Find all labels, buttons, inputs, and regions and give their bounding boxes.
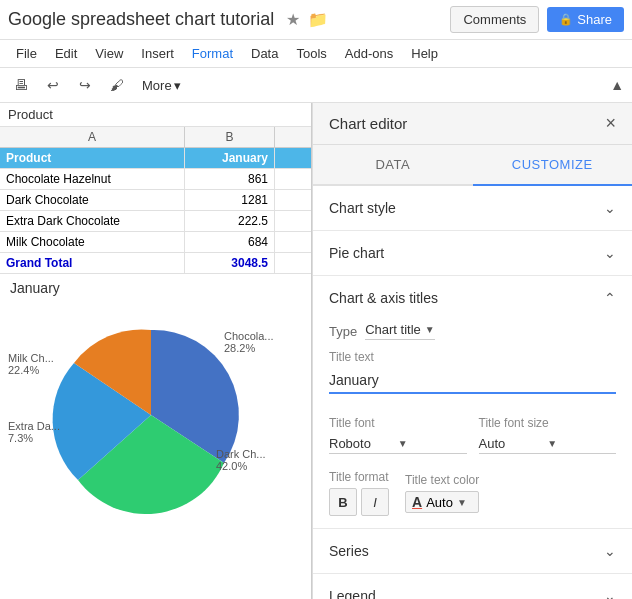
cell-value-1[interactable]: 861 [185,169,275,189]
print-button[interactable]: 🖶 [8,72,34,98]
color-a-icon: A [412,494,422,510]
comments-button[interactable]: Comments [450,6,539,33]
share-button[interactable]: 🔒 Share [547,7,624,32]
title-color-col: Title text color A Auto ▼ [405,473,479,513]
color-auto-label: Auto [426,495,453,510]
cell-product-2[interactable]: Dark Chocolate [0,190,185,210]
cell-product-1[interactable]: Chocolate Hazelnut [0,169,185,189]
cell-january-header[interactable]: January [185,148,275,168]
series-label: Series [329,543,604,559]
chart-axis-titles-header[interactable]: Chart & axis titles ⌃ [313,276,632,316]
chart-axis-label: Chart & axis titles [329,290,604,306]
chevron-axis-titles: ⌃ [604,290,616,306]
type-select[interactable]: Chart title ▼ [365,322,435,340]
col-header-b: B [185,127,275,147]
menu-file[interactable]: File [8,42,45,65]
chevron-chart-style: ⌄ [604,200,616,216]
title-font-size-field: Title font size Auto ▼ [479,416,617,454]
section-series[interactable]: Series ⌄ [313,529,632,574]
tab-customize[interactable]: CUSTOMIZE [473,145,633,186]
section-chart-style[interactable]: Chart style ⌄ [313,186,632,231]
title-font-size-select[interactable]: Auto ▼ [479,434,617,454]
cell-total-value[interactable]: 3048.5 [185,253,275,273]
title-bar: Google spreadsheet chart tutorial ★ 📁 Co… [0,0,632,40]
table-row: Dark Chocolate 1281 [0,190,311,211]
table-row: Extra Dark Chocolate 222.5 [0,211,311,232]
paint-button[interactable]: 🖌 [104,72,130,98]
editor-content: Chart style ⌄ Pie chart ⌄ Chart & axis t… [313,186,632,599]
menu-tools[interactable]: Tools [288,42,334,65]
collapse-button[interactable]: ▲ [610,77,624,93]
type-select-arrow: ▼ [425,324,435,335]
chart-label-extra: Extra Da... 7.3% [8,420,60,444]
bold-button[interactable]: B [329,488,357,516]
type-label: Type [329,324,357,339]
table-row-header: Product January [0,148,311,169]
folder-icon[interactable]: 📁 [308,10,328,29]
editor-header: Chart editor × [313,103,632,145]
title-text-section: Title text [313,350,632,406]
cell-value-2[interactable]: 1281 [185,190,275,210]
section-pie-chart[interactable]: Pie chart ⌄ [313,231,632,276]
chart-editor: Chart editor × DATA CUSTOMIZE Chart styl… [312,103,632,599]
doc-title: Google spreadsheet chart tutorial [8,9,274,30]
title-font-size-label: Title font size [479,416,617,430]
redo-button[interactable]: ↪ [72,72,98,98]
pie-chart-label: Pie chart [329,245,604,261]
cell-value-4[interactable]: 684 [185,232,275,252]
cell-product-3[interactable]: Extra Dark Chocolate [0,211,185,231]
title-font-field: Title font Roboto ▼ [329,416,467,454]
toolbar: 🖶 ↩ ↪ 🖌 More ▾ ▲ [0,68,632,103]
title-format-col: Title format B I [329,470,389,516]
cell-value-3[interactable]: 222.5 [185,211,275,231]
grid-column-headers: A B [0,127,311,148]
col-header-a: A [0,127,185,147]
undo-button[interactable]: ↩ [40,72,66,98]
menu-insert[interactable]: Insert [133,42,182,65]
main-area: Product A B Product January Chocolate Ha… [0,103,632,599]
chevron-legend: ⌄ [604,588,616,599]
tab-data[interactable]: DATA [313,145,473,184]
title-color-select[interactable]: A Auto ▼ [405,491,479,513]
chart-label-dark: Dark Ch... 42.0% [216,448,266,472]
title-format-label: Title format [329,470,389,484]
menu-edit[interactable]: Edit [47,42,85,65]
title-text-color-label: Title text color [405,473,479,487]
menu-view[interactable]: View [87,42,131,65]
header-actions: Comments 🔒 Share [450,6,624,33]
font-size-drop-arrow: ▼ [547,438,616,449]
more-button[interactable]: More ▾ [136,76,187,95]
menu-data[interactable]: Data [243,42,286,65]
section-legend[interactable]: Legend ⌄ [313,574,632,599]
cell-product-header[interactable]: Product [0,148,185,168]
italic-button[interactable]: I [361,488,389,516]
close-button[interactable]: × [605,113,616,134]
font-row: Title font Roboto ▼ Title font size Auto… [313,406,632,462]
format-buttons: B I [329,488,389,516]
chart-label-milk: Milk Ch... 22.4% [8,352,54,376]
font-drop-arrow: ▼ [398,438,467,449]
menu-bar: File Edit View Insert Format Data Tools … [0,40,632,68]
table-row: Chocolate Hazelnut 861 [0,169,311,190]
sheet-area: Product A B Product January Chocolate Ha… [0,103,312,599]
lock-icon: 🔒 [559,13,573,26]
cell-product-4[interactable]: Milk Chocolate [0,232,185,252]
cell-total-label[interactable]: Grand Total [0,253,185,273]
table-row: Milk Chocolate 684 [0,232,311,253]
color-drop-arrow: ▼ [457,497,467,508]
menu-help[interactable]: Help [403,42,446,65]
legend-label: Legend [329,588,604,599]
chart-title: January [6,280,305,296]
star-icon[interactable]: ★ [286,10,300,29]
editor-title: Chart editor [329,115,605,132]
type-row: Type Chart title ▼ [313,316,632,350]
chart-label-chocola: Chocola... 28.2% [224,330,274,354]
menu-format[interactable]: Format [184,42,241,65]
table-row-total: Grand Total 3048.5 [0,253,311,274]
title-font-select[interactable]: Roboto ▼ [329,434,467,454]
title-text-input[interactable] [329,368,616,394]
format-row: Title format B I Title text color A Auto… [313,462,632,528]
menu-addons[interactable]: Add-ons [337,42,401,65]
chart-wrap: Milk Ch... 22.4% Extra Da... 7.3% Chocol… [6,300,296,520]
title-text-label: Title text [329,350,616,364]
